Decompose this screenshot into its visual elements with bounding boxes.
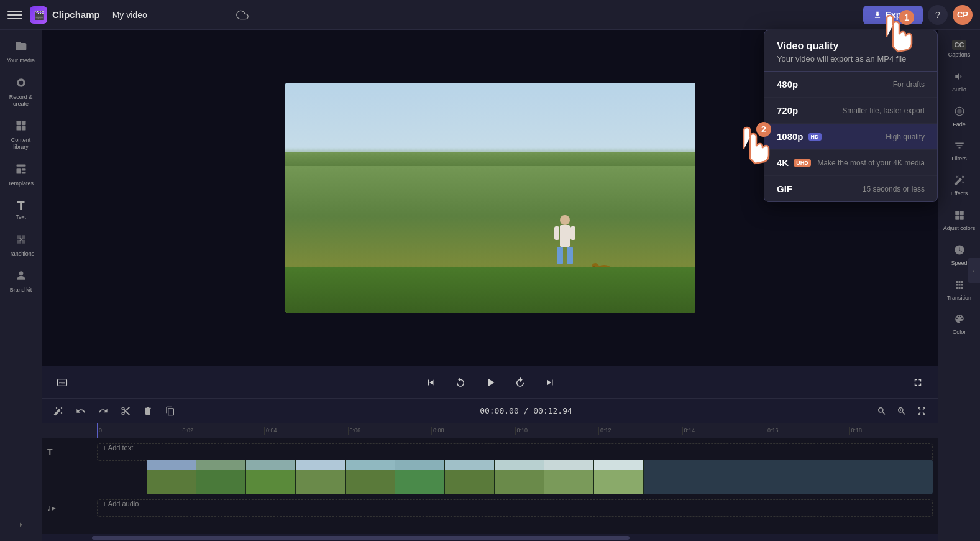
audio-track-area[interactable]: + Add audio [97,499,933,517]
video-title-input[interactable] [108,7,226,22]
quality-gif-desc: 15 seconds or less [863,185,925,193]
quality-720p-name: 720p [777,105,798,116]
redo-button[interactable] [94,402,112,420]
svg-point-10 [19,272,23,276]
text-track-area[interactable]: + Add text [97,443,933,461]
sidebar-item-label-color: Color [953,329,966,336]
quality-option-480p[interactable]: 480p For drafts [764,72,937,98]
quality-option-4k[interactable]: 4K UHD Make the most of your 4K media [764,150,937,176]
sidebar-item-content-library[interactable]: Content library [2,114,40,155]
quality-option-gif[interactable]: GIF 15 seconds or less [764,176,937,201]
play-pause-button[interactable] [480,372,500,392]
timeline-toolbar: 00:00.00 / 00:12.94 [42,399,938,423]
video-frame [285,83,695,313]
sidebar-item-color[interactable]: Color [941,308,978,341]
text-icon: T [17,200,24,212]
video-track[interactable] [147,460,933,494]
sidebar-item-label-your-media: Your media [7,57,35,64]
right-sidebar-collapse[interactable]: ‹ [968,258,980,283]
cut-tool-button[interactable] [117,402,134,420]
skip-start-button[interactable] [421,372,441,392]
video-thumb-6 [395,460,445,494]
sidebar-item-text[interactable]: T Text [2,195,40,226]
quality-gif-name: GIF [777,183,792,194]
zoom-in-button[interactable] [893,402,910,420]
video-track-row [47,466,933,494]
app-logo: 🎬 Clipchamp [30,6,100,24]
ruler-mark-1: 0:02 [181,427,265,435]
speed-icon [954,244,965,258]
svg-rect-28 [959,211,963,215]
sidebar-item-effects[interactable]: Effects [941,170,978,202]
video-thumb-9 [544,460,594,494]
forward-button[interactable] [510,372,530,392]
quality-option-1080p[interactable]: 1080p HD High quality [764,124,937,150]
captions-toggle-button[interactable] [52,372,72,392]
magic-tool-button[interactable] [50,402,67,420]
transition-icon [954,279,965,293]
captions-icon: CC [952,40,967,50]
skip-end-button[interactable] [540,372,560,392]
video-thumb-8 [495,460,544,494]
person-figure [549,215,580,271]
topbar-left: 🎬 Clipchamp [7,6,863,24]
hamburger-menu[interactable] [7,7,22,22]
video-thumb-1 [147,460,196,494]
timecode-display: 00:00.00 / 00:12.94 [184,406,868,415]
sidebar-item-filters[interactable]: Filters [941,135,978,167]
sidebar-item-transitions[interactable]: Transitions [2,228,40,262]
undo-button[interactable] [72,402,89,420]
sidebar-item-label-adjust-colors: Adjust colors [943,225,976,232]
logo-icon: 🎬 [30,6,47,24]
svg-point-11 [560,215,570,225]
svg-rect-27 [955,211,959,215]
ruler-mark-5: 0:10 [515,427,599,435]
zoom-controls [873,402,930,420]
right-sidebar: CC Captions Audio Fade Filters Effects [938,30,980,541]
timeline-scrollbar[interactable] [42,534,938,541]
scene-grass-overlay [285,147,695,166]
sidebar-item-your-media[interactable]: Your media [2,35,40,69]
templates-icon [15,163,27,178]
sidebar-expand-button[interactable] [15,519,27,531]
app-name: Clipchamp [52,9,100,20]
svg-rect-8 [21,168,25,170]
sidebar-item-label-record-create: Record & create [5,94,37,108]
rewind-button[interactable] [451,372,470,392]
timeline-scroll-thumb[interactable] [92,536,630,540]
add-text-button[interactable]: + Add text [98,444,932,451]
quality-720p-left: 720p [777,105,798,116]
quality-option-720p[interactable]: 720p Smaller file, faster export [764,98,937,124]
duplicate-button[interactable] [162,402,179,420]
fade-icon [954,106,965,119]
add-audio-button[interactable]: + Add audio [98,500,932,507]
sidebar-item-brand-kit[interactable]: Brand kit [2,264,40,298]
sidebar-item-adjust-colors[interactable]: Adjust colors [941,205,978,237]
sidebar-item-label-audio: Audio [952,86,966,93]
svg-rect-16 [570,226,575,240]
playback-controls [42,366,938,398]
export-button[interactable]: Export [863,6,923,24]
ruler-mark-3: 0:06 [348,427,432,435]
zoom-out-button[interactable] [873,402,891,420]
export-dropdown-title: Video quality [777,40,925,52]
fit-timeline-button[interactable] [913,402,930,420]
sidebar-item-templates[interactable]: Templates [2,158,40,192]
playhead-indicator [97,423,98,438]
svg-rect-6 [16,164,25,166]
ruler-mark-9: 0:18 [849,427,933,435]
fullscreen-button[interactable] [908,372,928,392]
sidebar-item-captions[interactable]: CC Captions [941,35,978,63]
sidebar-item-fade[interactable]: Fade [941,101,978,133]
topbar: 🎬 Clipchamp Export ? CP [0,0,980,30]
sidebar-item-label-text: Text [16,214,26,221]
sidebar-item-audio[interactable]: Audio [941,66,978,98]
help-button[interactable]: ? [928,5,948,25]
ruler-mark-2: 0:04 [264,427,348,435]
export-quality-dropdown: Video quality Your video will export as … [764,30,938,202]
sidebar-item-record-create[interactable]: Record & create [2,72,40,113]
delete-button[interactable] [139,402,157,420]
user-avatar[interactable]: CP [953,5,973,25]
sidebar-item-label-transition: Transition [947,295,971,302]
svg-rect-30 [959,216,963,220]
